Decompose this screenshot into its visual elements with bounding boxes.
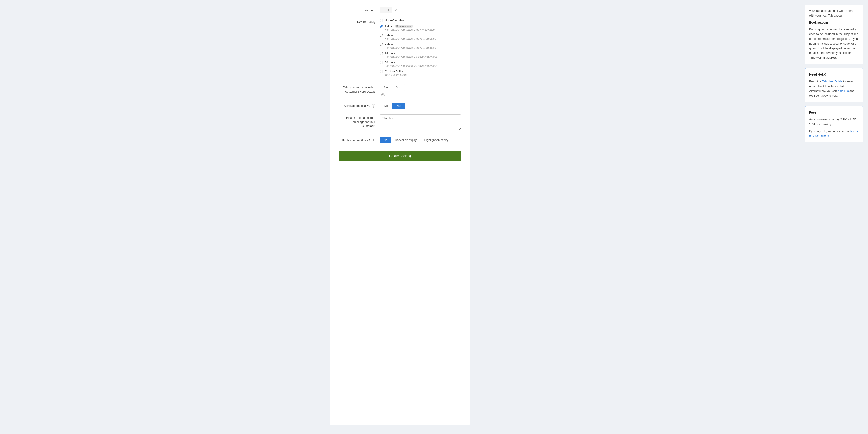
refund-hint-1day: Full refund if you cancel 1 day in advan… — [385, 28, 461, 31]
terms-suffix: . — [830, 134, 831, 137]
refund-radio-14days[interactable] — [380, 52, 383, 55]
expire-no-btn[interactable]: No — [380, 137, 391, 143]
refund-radio-1day[interactable] — [380, 25, 383, 28]
refund-option-label: 3 days — [385, 33, 393, 37]
refund-hint-7days: Full refund if you cancel 7 days in adva… — [385, 46, 461, 49]
refund-option-not-refundable[interactable]: Not refundable — [380, 19, 461, 22]
refund-option-label: 14 days — [385, 52, 395, 55]
need-help-title: Need Help? — [809, 72, 859, 77]
fees-title: Fees — [809, 110, 859, 115]
custom-message-label: Please enter a custom message for your c… — [339, 115, 380, 128]
send-automatically-toggle: No Yes — [380, 103, 405, 109]
refund-radio-3days[interactable] — [380, 34, 383, 37]
expire-help-icon[interactable]: ? — [372, 139, 375, 142]
take-payment-yes-btn[interactable]: Yes — [392, 84, 405, 90]
custom-message-control: Thanks! — [380, 115, 461, 131]
refund-radio-not-refundable[interactable] — [380, 19, 383, 22]
refund-option-label: 1 day — [385, 24, 392, 28]
refund-radio-custom[interactable] — [380, 70, 383, 73]
expire-automatically-control: No Cancel on expiry Highlight on expiry — [380, 137, 461, 143]
refund-radio-7days[interactable] — [380, 43, 383, 46]
refund-option-14days[interactable]: 14 days Full refund if you cancel 14 day… — [380, 52, 461, 58]
booking-com-title: Booking.com — [809, 20, 859, 25]
refund-option-label: 7 days — [385, 42, 393, 46]
refund-hint-custom: Test custom policy — [385, 73, 461, 77]
take-payment-control: No Yes ? — [380, 84, 461, 97]
booking-com-card: your Tab account, and will be sent with … — [805, 4, 864, 64]
refund-option-custom[interactable]: Custom Policy Test custom policy — [380, 70, 461, 77]
refund-radio-30days[interactable] — [380, 61, 383, 64]
terms-prefix: By using Tab, you agree to our — [809, 129, 850, 133]
create-booking-button[interactable]: Create Booking — [339, 151, 461, 161]
send-automatically-control: No Yes — [380, 103, 461, 109]
refund-hint-3days: Full refund if you cancel 3 days in adva… — [385, 37, 461, 40]
sidebar: your Tab account, and will be sent with … — [805, 0, 868, 434]
fees-card: Fees As a business, you pay 2.9% + USD 1… — [805, 106, 864, 143]
refund-option-label: Custom Policy — [385, 70, 403, 73]
currency-display: PEN — [380, 7, 392, 13]
expire-automatically-label: Expire automatically? — [342, 139, 370, 143]
refund-policy-options: Not refundable 1 day Recommended Full re… — [380, 19, 461, 79]
amount-label: Amount — [339, 7, 380, 12]
refund-option-label: Not refundable — [385, 19, 404, 22]
custom-message-input[interactable]: Thanks! — [380, 115, 461, 131]
expire-label-container: Expire automatically? ? — [339, 137, 380, 143]
booking-com-description: Booking.com may require a security code … — [809, 27, 859, 60]
booking-com-intro-text: your Tab account, and will be sent with … — [809, 8, 859, 18]
expire-cancel-on-expiry-btn[interactable]: Cancel on expiry — [391, 137, 421, 143]
terms-text: By using Tab, you agree to our Terms and… — [809, 129, 859, 139]
refund-option-1day[interactable]: 1 day Recommended Full refund if you can… — [380, 24, 461, 31]
take-payment-help-icon[interactable]: ? — [381, 93, 385, 97]
refund-hint-30days: Full refund if you cancel 30 days in adv… — [385, 64, 461, 67]
amount-input[interactable] — [392, 7, 461, 13]
take-payment-label: Take payment now using customer's card d… — [339, 84, 380, 94]
refund-policy-label: Refund Policy — [339, 19, 380, 24]
refund-hint-14days: Full refund if you cancel 14 days in adv… — [385, 55, 461, 58]
fees-text-prefix: As a business, you pay — [809, 118, 840, 121]
need-help-text: Read the Tab User Guide to learn more ab… — [809, 79, 859, 98]
fees-description: As a business, you pay 2.9% + USD 1.00 p… — [809, 117, 859, 127]
tab-user-guide-link[interactable]: Tab User Guide — [822, 80, 842, 83]
send-auto-no-btn[interactable]: No — [380, 103, 392, 109]
send-automatically-help-icon[interactable]: ? — [372, 104, 375, 108]
send-auto-yes-btn[interactable]: Yes — [392, 103, 405, 109]
email-us-link[interactable]: email us — [838, 89, 848, 92]
refund-option-7days[interactable]: 7 days Full refund if you cancel 7 days … — [380, 42, 461, 49]
send-automatically-label: Send automatically? ? — [339, 103, 380, 108]
recommended-badge: Recommended — [395, 25, 413, 28]
expire-toggle-group: No Cancel on expiry Highlight on expiry — [380, 137, 461, 143]
need-help-card: Need Help? Read the Tab User Guide to le… — [805, 68, 864, 102]
refund-option-label: 30 days — [385, 61, 395, 64]
expire-highlight-on-expiry-btn[interactable]: Highlight on expiry — [420, 137, 452, 143]
refund-option-30days[interactable]: 30 days Full refund if you cancel 30 day… — [380, 61, 461, 67]
refund-option-3days[interactable]: 3 days Full refund if you cancel 3 days … — [380, 33, 461, 40]
fees-text-suffix: per booking. — [816, 122, 832, 126]
need-help-text-prefix: Read the — [809, 80, 822, 83]
amount-field-container: PEN — [380, 7, 461, 13]
take-payment-no-btn[interactable]: No — [380, 84, 392, 90]
take-payment-toggle: No Yes — [380, 84, 405, 91]
